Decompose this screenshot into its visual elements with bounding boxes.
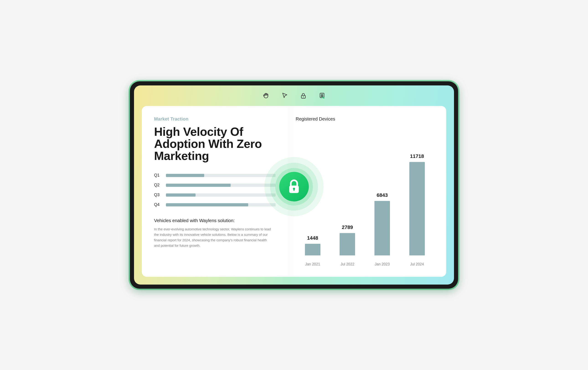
quarter-label: Q2 (154, 183, 162, 187)
tablet-frame: Market Traction High Velocity Of Adoptio… (130, 81, 458, 289)
quarter-row: Q1 (154, 173, 275, 178)
quarter-label: Q1 (154, 173, 162, 178)
bar-rect (305, 244, 320, 255)
quarter-bar-fill (166, 184, 231, 187)
hand-icon[interactable] (262, 92, 270, 100)
quarter-bar-fill (166, 194, 196, 197)
bar-item: 11718 Jul 2024 (402, 153, 432, 266)
quarter-label: Q3 (154, 193, 162, 197)
chart-title: Registered Devices (296, 116, 434, 122)
bar-item: 1448 Jan 2021 (298, 235, 327, 266)
bar-category: Jan 2023 (375, 262, 390, 266)
quarter-label: Q4 (154, 202, 162, 207)
bar-rect (409, 162, 425, 255)
bar-rect (374, 201, 390, 256)
bar-item: 6843 Jan 2023 (368, 192, 397, 267)
tablet-screen: Market Traction High Velocity Of Adoptio… (134, 85, 454, 285)
bar-value: 2789 (342, 224, 353, 230)
quarter-bar-fill (166, 203, 248, 206)
subheading: Vehicles enabled with Waylens solution: (154, 218, 275, 223)
left-pane: Market Traction High Velocity Of Adoptio… (142, 106, 288, 277)
quarter-bar-track (166, 203, 275, 206)
page-title: High Velocity Of Adoption With Zero Mark… (154, 126, 275, 162)
bar-category: Jul 2024 (410, 262, 424, 266)
content-card: Market Traction High Velocity Of Adoptio… (142, 106, 446, 277)
body-text: In the ever-evolving automotive technolo… (154, 226, 273, 248)
certificate-icon[interactable] (318, 92, 326, 100)
bar-value: 1448 (307, 235, 318, 241)
quarter-bar-fill (166, 174, 204, 177)
quarter-bar-track (166, 184, 275, 187)
quarter-row: Q2 (154, 183, 275, 187)
bar-category: Jul 2022 (340, 262, 354, 266)
cursor-icon[interactable] (281, 92, 289, 100)
toolbar (134, 85, 454, 106)
right-pane: Registered Devices 1448 Jan 2021 2789 Ju… (288, 106, 446, 277)
registered-devices-chart: 1448 Jan 2021 2789 Jul 2022 6843 Jan 202… (296, 128, 434, 266)
quarter-row: Q4 (154, 202, 275, 207)
bar-category: Jan 2021 (305, 262, 320, 266)
quarter-bar-track (166, 174, 275, 177)
eyebrow-label: Market Traction (154, 116, 275, 122)
quarter-row: Q3 (154, 193, 275, 197)
bar-rect (340, 233, 355, 255)
bar-value: 6843 (377, 192, 388, 198)
quarter-bar-track (166, 194, 275, 197)
bar-value: 11718 (410, 153, 424, 159)
lock-icon[interactable] (299, 92, 307, 100)
quarters-chart: Q1 Q2 Q3 (154, 173, 275, 207)
bar-item: 2789 Jul 2022 (333, 224, 362, 266)
